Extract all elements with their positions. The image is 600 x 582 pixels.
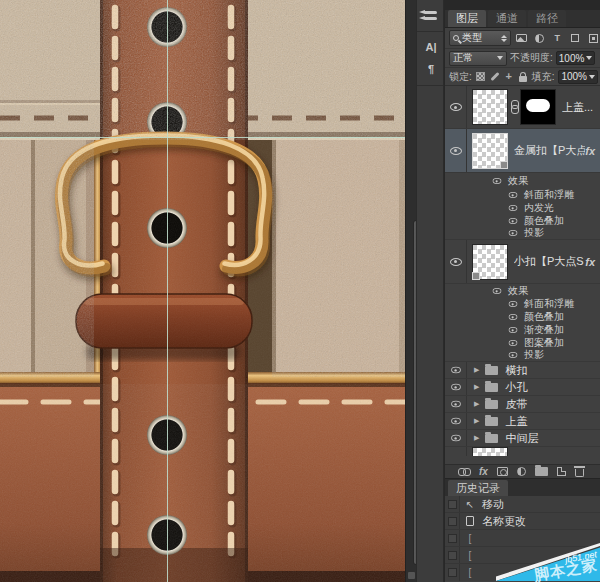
visibility-toggle[interactable] <box>445 362 467 378</box>
tab-layers[interactable]: 图层 <box>448 10 486 27</box>
eye-icon <box>509 327 518 333</box>
layer-thumbnail <box>472 447 508 456</box>
effect-item[interactable]: 投影 <box>445 349 600 362</box>
history-source-well[interactable] <box>445 564 460 581</box>
filter-shape-button[interactable] <box>568 31 582 45</box>
group-row[interactable]: ▶ 中间层 <box>445 430 600 447</box>
resize-grip[interactable] <box>408 572 415 579</box>
visibility-toggle[interactable] <box>445 379 467 395</box>
layer-badge-icon <box>500 161 508 169</box>
group-row[interactable]: ▶ 小孔 <box>445 379 600 396</box>
folder-icon <box>485 366 498 375</box>
new-group-icon[interactable] <box>535 467 548 476</box>
delete-layer-icon[interactable] <box>575 469 584 477</box>
fx-badge[interactable]: fx <box>585 256 600 268</box>
character-panel-button[interactable]: A| <box>417 36 445 58</box>
visibility-toggle[interactable] <box>445 129 467 172</box>
effect-item[interactable]: 投影 <box>445 227 600 240</box>
layer-name[interactable]: 上盖... <box>562 100 593 115</box>
expand-triangle-icon[interactable]: ▶ <box>474 383 479 391</box>
history-item[interactable]: ↖ 移动 <box>445 496 600 513</box>
history-item[interactable]: 名称更改 <box>445 513 600 530</box>
effects-header[interactable]: 效果 <box>445 284 600 297</box>
expand-triangle-icon[interactable]: ▶ <box>474 417 479 425</box>
history-item[interactable]: [ <box>445 564 600 581</box>
group-name[interactable]: 中间层 <box>505 431 538 446</box>
history-item[interactable]: [ <box>445 530 600 547</box>
filter-type-button[interactable]: T <box>550 31 564 45</box>
effect-item[interactable]: 斜面和浮雕 <box>445 297 600 310</box>
group-name[interactable]: 横扣 <box>505 363 527 378</box>
effect-item[interactable]: 颜色叠加 <box>445 310 600 323</box>
layer-name[interactable]: 小扣【P大点S】 <box>514 254 585 269</box>
history-source-well[interactable] <box>445 530 460 546</box>
layer-thumbnail[interactable] <box>472 133 508 169</box>
visibility-toggle[interactable] <box>445 240 467 283</box>
history-source-well[interactable] <box>445 496 460 512</box>
layer-name[interactable]: 金属扣【P大点... <box>514 143 585 158</box>
lock-pixels-button[interactable] <box>490 70 500 83</box>
tab-channels[interactable]: 通道 <box>488 10 526 27</box>
partial-layer-row[interactable] <box>445 447 600 456</box>
filter-smartobject-button[interactable] <box>586 31 600 45</box>
group-name[interactable]: 上盖 <box>505 414 527 429</box>
effect-item[interactable]: 图案叠加 <box>445 336 600 349</box>
layer-row[interactable]: 上盖... <box>445 86 600 129</box>
document-canvas[interactable] <box>0 0 405 582</box>
group-name[interactable]: 皮带 <box>505 397 527 412</box>
filter-pixel-button[interactable] <box>515 31 529 45</box>
fill-label: 填充: <box>532 70 555 84</box>
link-layers-icon[interactable] <box>458 468 470 475</box>
eye-icon <box>451 418 461 424</box>
visibility-toggle[interactable] <box>445 396 467 412</box>
paragraph-panel-button[interactable]: ¶ <box>417 58 445 80</box>
layer-row[interactable]: 小扣【P大点S】 fx <box>445 240 600 284</box>
filter-kind-label: 类型 <box>462 31 498 45</box>
filter-kind-select[interactable]: 类型 <box>449 30 511 46</box>
mask-link-icon[interactable] <box>510 100 518 114</box>
blend-mode-row: 正常 不透明度: 100% <box>445 49 600 68</box>
visibility-toggle[interactable] <box>445 413 467 429</box>
new-layer-icon[interactable] <box>557 467 566 476</box>
adjustment-layer-icon[interactable] <box>517 467 526 476</box>
expand-triangle-icon[interactable]: ▶ <box>474 400 479 408</box>
fx-badge[interactable]: fx <box>585 145 600 157</box>
eye-icon <box>509 230 518 236</box>
brush-panels-button[interactable] <box>417 4 445 26</box>
layer-style-icon[interactable]: fx <box>479 467 488 477</box>
tab-history[interactable]: 历史记录 <box>448 480 508 496</box>
filter-adjustment-button[interactable] <box>532 31 546 45</box>
layers-panel: 图层 通道 路径 类型 T 正常 不透明度: 100% <box>444 0 600 582</box>
group-row[interactable]: ▶ 横扣 <box>445 362 600 379</box>
history-source-well[interactable] <box>445 547 460 563</box>
group-name[interactable]: 小孔 <box>505 380 527 395</box>
canvas-scrollbar[interactable] <box>405 0 416 582</box>
layer-thumbnail[interactable] <box>472 89 508 125</box>
history-source-well[interactable] <box>445 513 460 529</box>
group-row[interactable]: ▶ 皮带 <box>445 396 600 413</box>
effect-item[interactable]: 渐变叠加 <box>445 323 600 336</box>
layer-row-selected[interactable]: 金属扣【P大点... fx <box>445 129 600 173</box>
blend-mode-select[interactable]: 正常 <box>449 51 507 66</box>
effect-item[interactable]: 颜色叠加 <box>445 214 600 227</box>
history-item[interactable]: [ <box>445 547 600 564</box>
layer-thumbnail[interactable] <box>472 244 508 280</box>
group-row[interactable]: ▶ 上盖 <box>445 413 600 430</box>
opacity-input[interactable]: 100% <box>556 51 596 65</box>
visibility-toggle[interactable] <box>445 430 467 446</box>
layer-filter-row: 类型 T <box>445 28 600 49</box>
effect-item[interactable]: 斜面和浮雕 <box>445 188 600 201</box>
fill-input[interactable]: 100% <box>558 70 598 84</box>
expand-triangle-icon[interactable]: ▶ <box>474 366 479 374</box>
effect-item[interactable]: 内发光 <box>445 201 600 214</box>
layer-mask-thumbnail[interactable] <box>520 89 556 125</box>
effects-header[interactable]: 效果 <box>445 173 600 188</box>
add-mask-icon[interactable] <box>497 467 508 476</box>
lock-transparency-button[interactable] <box>476 70 486 83</box>
lock-all-button[interactable] <box>518 70 528 83</box>
expand-triangle-icon[interactable]: ▶ <box>474 434 479 442</box>
move-icon: + <box>505 71 511 82</box>
tab-paths[interactable]: 路径 <box>528 10 566 27</box>
lock-position-button[interactable]: + <box>504 70 514 83</box>
visibility-toggle[interactable] <box>445 86 467 128</box>
